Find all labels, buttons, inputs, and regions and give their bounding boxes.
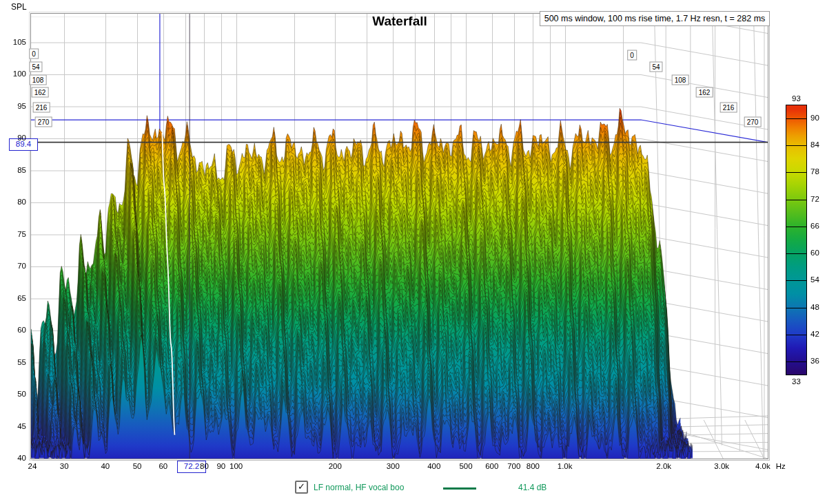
legend-line-swatch	[443, 487, 476, 490]
legend-measurement-label: LF normal, HF vocal boo	[314, 483, 404, 492]
y-tick-label: 50	[0, 390, 26, 398]
x-tick-label: 600	[485, 462, 498, 470]
x-tick-label: 80	[200, 462, 209, 470]
y-tick-label: 80	[0, 198, 26, 206]
x-tick-label: 800	[527, 462, 540, 470]
x-tick-label: 200	[329, 462, 342, 470]
y-tick-label: 90	[0, 134, 26, 142]
time-slice-label-left: 0	[29, 49, 39, 59]
colorbar-tick-label: 66	[810, 222, 819, 230]
colorbar-tick-label: 42	[810, 330, 819, 338]
time-slice-label-left: 108	[30, 75, 47, 85]
colorbar-min-label: 33	[786, 377, 807, 386]
x-tick-label: 500	[459, 462, 472, 470]
x-tick-label: 40	[101, 462, 110, 470]
y-tick-label: 60	[0, 326, 26, 334]
colorbar-tick-label: 78	[810, 167, 819, 176]
y-tick-label: 95	[0, 102, 26, 110]
x-tick-label: 90	[216, 462, 225, 470]
x-tick-label: 700	[507, 462, 520, 470]
x-tick-label: 60	[159, 462, 167, 470]
x-tick-label: 300	[387, 462, 400, 470]
x-tick-label: 24	[28, 462, 37, 470]
y-tick-label: 65	[0, 294, 26, 302]
colorbar-max-label: 93	[786, 94, 807, 103]
time-slice-label-right: 0	[627, 50, 637, 61]
y-tick-label: 40	[0, 454, 26, 462]
x-tick-label: 400	[427, 462, 440, 470]
waterfall-window: SPL Waterfall 500 ms window, 100 ms rise…	[0, 0, 827, 504]
x-tick-label: 3.0k	[714, 462, 729, 470]
x-tick-label: 100	[229, 462, 243, 470]
x-tick-label: 30	[60, 462, 69, 470]
y-tick-label: 85	[0, 166, 26, 174]
colorbar-tick-label: 90	[810, 114, 819, 122]
x-tick-label: 50	[133, 462, 142, 470]
y-tick-label: 100	[0, 70, 26, 78]
spl-axis-label: SPL	[11, 2, 27, 12]
time-slice-label-left: 162	[32, 87, 49, 98]
colorbar-tick-label: 36	[810, 357, 819, 365]
time-slice-label-right: 270	[744, 117, 762, 127]
window-info-box: 500 ms window, 100 ms rise time, 1.7 Hz …	[540, 11, 770, 26]
colorbar-tick-label: 48	[810, 303, 819, 311]
colorbar-tick-label: 54	[810, 275, 819, 284]
colorbar-tick-label: 60	[810, 249, 819, 257]
hz-unit-label: Hz	[776, 462, 786, 470]
colorbar-tick-label: 72	[810, 195, 819, 203]
time-slice-label-left: 216	[33, 103, 50, 113]
time-slice-label-right: 216	[720, 103, 737, 113]
legend-level-value: 41.4 dB	[518, 483, 547, 492]
y-tick-label: 105	[0, 38, 26, 46]
y-tick-label: 75	[0, 230, 26, 238]
x-tick-label: 2.0k	[656, 462, 671, 470]
time-slice-label-right: 162	[696, 87, 713, 98]
x-tick-label: 4.0k	[755, 462, 770, 470]
colorbar-tick-label: 84	[810, 140, 819, 149]
y-tick-label: 45	[0, 422, 26, 430]
waterfall-canvas[interactable]	[0, 0, 827, 504]
time-slice-label-left: 270	[35, 117, 52, 127]
legend-checkbox[interactable]: ✓	[295, 481, 308, 494]
time-slice-label-right: 54	[649, 62, 662, 72]
y-tick-label: 55	[0, 358, 26, 366]
x-tick-label: 1.0k	[558, 462, 573, 470]
y-tick-label: 70	[0, 262, 26, 270]
time-slice-label-right: 108	[672, 75, 689, 85]
time-slice-label-left: 54	[29, 62, 42, 72]
chart-title: Waterfall	[317, 14, 482, 29]
